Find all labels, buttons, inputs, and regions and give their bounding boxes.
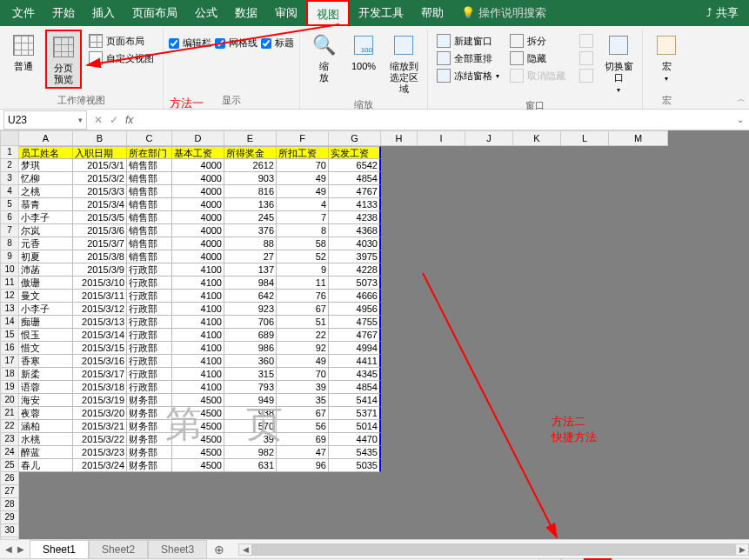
menu-item-0[interactable]: 文件 xyxy=(3,0,43,26)
data-cell[interactable] xyxy=(561,446,609,459)
data-cell[interactable]: 4228 xyxy=(329,263,381,277)
header-cell[interactable] xyxy=(381,146,418,159)
empty-cell[interactable] xyxy=(73,524,127,537)
row-header[interactable]: 29 xyxy=(0,511,19,524)
data-cell[interactable]: 曼文 xyxy=(19,290,73,303)
data-cell[interactable]: 793 xyxy=(224,381,277,394)
data-cell[interactable]: 56 xyxy=(277,420,329,433)
data-cell[interactable]: 7 xyxy=(277,211,329,224)
empty-cell[interactable] xyxy=(172,511,224,524)
data-cell[interactable]: 2015/3/15 xyxy=(73,342,127,355)
data-cell[interactable]: 财务部 xyxy=(127,407,172,420)
data-cell[interactable] xyxy=(418,394,465,407)
row-header[interactable]: 26 xyxy=(0,472,19,485)
header-cell[interactable]: 员工姓名 xyxy=(19,146,73,159)
normal-view-button[interactable]: 普通 xyxy=(5,30,42,74)
row-header[interactable]: 21 xyxy=(0,407,19,420)
data-cell[interactable] xyxy=(609,329,668,342)
empty-cell[interactable] xyxy=(224,537,277,539)
data-cell[interactable]: 春儿 xyxy=(19,459,73,472)
data-cell[interactable]: 2015/3/9 xyxy=(73,263,127,277)
data-cell[interactable] xyxy=(465,381,513,394)
data-cell[interactable]: 海安 xyxy=(19,394,73,407)
empty-cell[interactable] xyxy=(224,498,277,511)
empty-cell[interactable] xyxy=(609,498,668,511)
row-header[interactable]: 6 xyxy=(0,211,19,224)
data-cell[interactable] xyxy=(381,342,418,355)
tab-nav-prev-button[interactable]: ◀ xyxy=(3,544,14,554)
data-cell[interactable] xyxy=(381,277,418,290)
column-header[interactable]: C xyxy=(127,130,172,146)
data-cell[interactable]: 语蓉 xyxy=(19,381,73,394)
data-cell[interactable]: 4100 xyxy=(172,316,224,329)
data-cell[interactable]: 销售部 xyxy=(127,237,172,250)
data-cell[interactable]: 96 xyxy=(277,459,329,472)
data-cell[interactable] xyxy=(609,198,668,211)
empty-cell[interactable] xyxy=(465,524,513,537)
empty-cell[interactable] xyxy=(19,498,73,511)
data-cell[interactable] xyxy=(609,250,668,263)
data-cell[interactable] xyxy=(513,172,561,185)
row-header[interactable]: 15 xyxy=(0,329,19,342)
data-cell[interactable] xyxy=(609,303,668,316)
row-header[interactable]: 22 xyxy=(0,420,19,433)
row-header[interactable]: 25 xyxy=(0,459,19,472)
data-cell[interactable]: 销售部 xyxy=(127,185,172,198)
data-cell[interactable]: 4000 xyxy=(172,250,224,263)
data-cell[interactable]: 4100 xyxy=(172,329,224,342)
data-cell[interactable]: 67 xyxy=(277,407,329,420)
column-header[interactable]: M xyxy=(609,130,668,146)
data-cell[interactable] xyxy=(418,290,465,303)
sheet-tab[interactable]: Sheet3 xyxy=(148,540,207,559)
data-cell[interactable]: 376 xyxy=(224,224,277,237)
sheet-tab[interactable]: Sheet1 xyxy=(30,540,89,559)
page-break-preview-button[interactable]: 分页 预览 xyxy=(45,30,82,89)
empty-cell[interactable] xyxy=(609,472,668,485)
zoom-button[interactable]: 🔍 缩 放 xyxy=(305,30,342,85)
data-cell[interactable]: 4100 xyxy=(172,368,224,381)
data-cell[interactable] xyxy=(609,172,668,185)
data-cell[interactable] xyxy=(465,433,513,446)
data-cell[interactable]: 2015/3/3 xyxy=(73,185,127,198)
empty-cell[interactable] xyxy=(19,472,73,485)
reset-position-button[interactable] xyxy=(576,68,597,83)
data-cell[interactable] xyxy=(609,407,668,420)
data-cell[interactable]: 2015/3/21 xyxy=(73,420,127,433)
empty-cell[interactable] xyxy=(329,485,381,498)
data-cell[interactable]: 4854 xyxy=(329,381,381,394)
data-cell[interactable]: 2015/3/12 xyxy=(73,303,127,316)
hscroll-left-button[interactable]: ◀ xyxy=(238,543,252,556)
data-cell[interactable] xyxy=(381,355,418,368)
data-cell[interactable] xyxy=(609,342,668,355)
empty-cell[interactable] xyxy=(127,524,172,537)
data-cell[interactable] xyxy=(381,224,418,237)
data-cell[interactable]: 忆柳 xyxy=(19,172,73,185)
data-cell[interactable]: 706 xyxy=(224,316,277,329)
data-cell[interactable]: 4368 xyxy=(329,224,381,237)
data-cell[interactable]: 小李子 xyxy=(19,303,73,316)
data-cell[interactable]: 2015/3/10 xyxy=(73,277,127,290)
empty-cell[interactable] xyxy=(277,472,329,485)
row-header[interactable]: 1 xyxy=(0,146,19,159)
data-cell[interactable] xyxy=(561,394,609,407)
data-cell[interactable] xyxy=(513,237,561,250)
data-cell[interactable]: 27 xyxy=(224,250,277,263)
empty-cell[interactable] xyxy=(19,511,73,524)
data-cell[interactable] xyxy=(513,224,561,237)
data-cell[interactable]: 2015/3/1 xyxy=(73,159,127,172)
data-cell[interactable]: 4500 xyxy=(172,394,224,407)
data-cell[interactable] xyxy=(609,211,668,224)
data-cell[interactable]: 76 xyxy=(277,290,329,303)
data-cell[interactable]: 醉蓝 xyxy=(19,446,73,459)
data-cell[interactable]: 2015/3/7 xyxy=(73,237,127,250)
data-cell[interactable] xyxy=(418,316,465,329)
data-cell[interactable] xyxy=(465,290,513,303)
data-cell[interactable]: 69 xyxy=(277,433,329,446)
data-cell[interactable] xyxy=(609,420,668,433)
data-cell[interactable] xyxy=(561,263,609,277)
data-cell[interactable] xyxy=(381,237,418,250)
data-cell[interactable] xyxy=(465,211,513,224)
data-cell[interactable]: 销售部 xyxy=(127,224,172,237)
data-cell[interactable] xyxy=(418,355,465,368)
data-cell[interactable] xyxy=(561,290,609,303)
